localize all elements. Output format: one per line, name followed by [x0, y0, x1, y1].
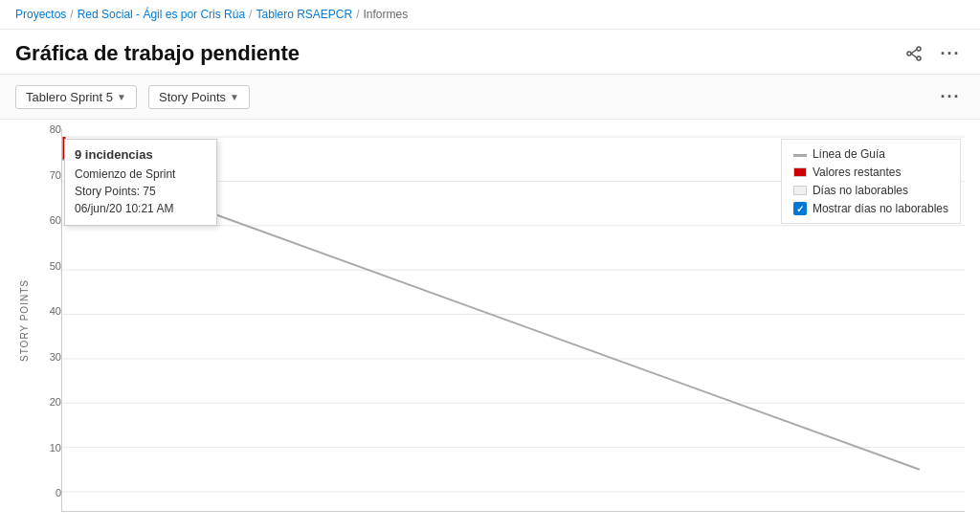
legend-label-0: Línea de Guía: [813, 147, 885, 161]
legend-color-2: [793, 186, 807, 195]
sprint-dropdown[interactable]: Tablero Sprint 5 ▼: [15, 85, 137, 109]
sprint-label: Tablero Sprint 5: [26, 90, 113, 104]
story-points-dropdown[interactable]: Story Points ▼: [148, 85, 250, 109]
chart-area: STORY POINTS 01020304050607080 9 inciden…: [0, 120, 980, 521]
legend-item-1: Valores restantes: [793, 166, 948, 179]
toolbar-more-button[interactable]: ···: [936, 82, 965, 111]
breadcrumb: Proyectos / Red Social - Ágil es por Cri…: [0, 0, 980, 30]
more-options-button[interactable]: ···: [936, 39, 965, 68]
breadcrumb-proyectos[interactable]: Proyectos: [15, 8, 66, 21]
toolbar: Tablero Sprint 5 ▼ Story Points ▼ ···: [0, 74, 980, 120]
story-points-label: Story Points: [159, 90, 226, 104]
legend-label-3: Mostrar días no laborables: [813, 202, 948, 215]
story-points-dropdown-arrow: ▼: [230, 92, 239, 102]
more-icon: ···: [940, 44, 960, 64]
page-title: Gráfica de trabajo pendiente: [15, 41, 300, 66]
sprint-dropdown-arrow: ▼: [117, 92, 126, 102]
legend-label-1: Valores restantes: [813, 166, 902, 179]
legend-item-0: Línea de Guía: [793, 147, 948, 161]
svg-line-4: [911, 54, 917, 58]
legend-checkbox-3[interactable]: ✓: [793, 202, 807, 215]
svg-point-1: [917, 56, 921, 60]
svg-line-3: [911, 50, 917, 55]
toolbar-more-icon: ···: [940, 87, 960, 107]
toolbar-left: Tablero Sprint 5 ▼ Story Points ▼: [15, 85, 250, 109]
legend-item-2: Días no laborables: [793, 184, 948, 197]
legend: Línea de GuíaValores restantesDías no la…: [781, 139, 961, 224]
svg-point-0: [917, 47, 921, 51]
svg-point-2: [907, 52, 911, 55]
breadcrumb-informes: Informes: [364, 8, 409, 21]
header-actions: ···: [900, 39, 965, 68]
share-button[interactable]: [900, 39, 928, 68]
page-header: Gráfica de trabajo pendiente ···: [0, 30, 980, 74]
legend-color-0: [793, 154, 807, 157]
legend-color-1: [793, 167, 807, 177]
legend-label-2: Días no laborables: [813, 184, 908, 197]
share-icon: [906, 46, 922, 61]
legend-item-3[interactable]: ✓Mostrar días no laborables: [793, 202, 948, 215]
breadcrumb-red-social[interactable]: Red Social - Ágil es por Cris Rúa: [78, 8, 245, 21]
breadcrumb-tablero[interactable]: Tablero RSAEPCR: [256, 8, 352, 21]
y-ticks: 01020304050607080: [33, 129, 61, 512]
y-axis-label: STORY POINTS: [15, 129, 33, 512]
